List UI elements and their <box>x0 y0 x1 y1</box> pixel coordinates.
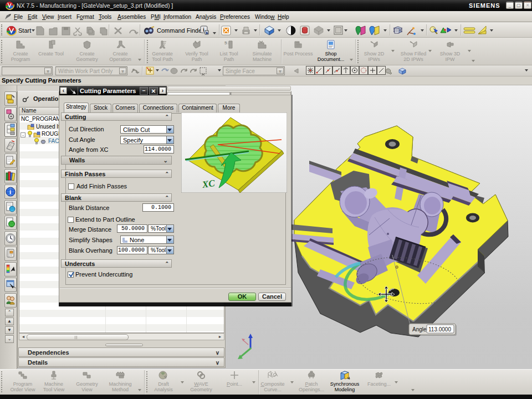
svg-text:Angle: Angle <box>412 326 427 332</box>
svg-text:113.0000: 113.0000 <box>428 326 451 332</box>
svg-text:XC: XC <box>201 178 216 190</box>
svg-text:i: i <box>9 188 11 195</box>
